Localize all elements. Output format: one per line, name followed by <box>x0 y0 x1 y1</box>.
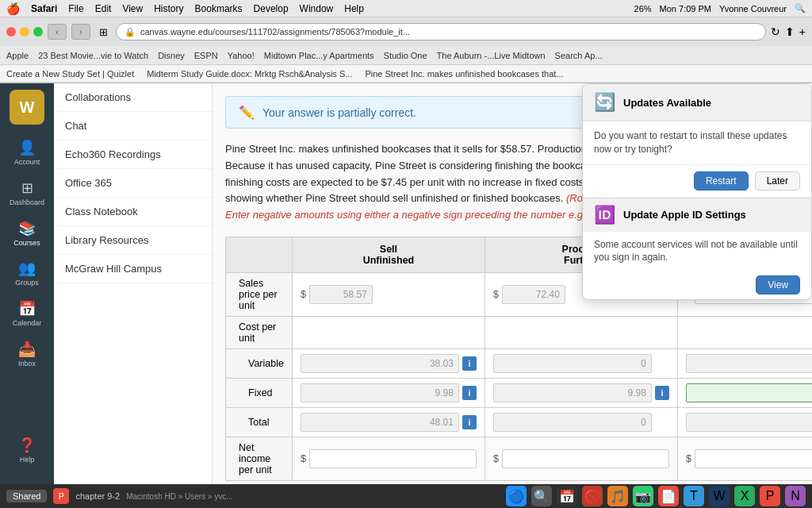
notif-quizlet[interactable]: Create a New Study Set | Quizlet <box>6 69 134 79</box>
powerpoint-dock-icon[interactable]: P <box>760 486 780 506</box>
bookmark-yahoo[interactable]: Yahoo! <box>228 51 255 60</box>
tab-overview-button[interactable]: ⊞ <box>95 24 111 40</box>
sidebar-item-inbox[interactable]: 📥 Inbox <box>3 336 51 373</box>
fixed-net-input[interactable] <box>686 383 812 402</box>
total-label: Total <box>226 407 293 437</box>
bookmark-disney[interactable]: Disney <box>158 51 185 60</box>
sidebar-item-groups[interactable]: 👥 Groups <box>3 255 51 292</box>
pdf-icon[interactable]: 📄 <box>658 486 679 506</box>
total-net-cell <box>677 407 812 437</box>
sidebar-dashboard-label: Dashboard <box>10 198 44 207</box>
sidebar-item-calendar[interactable]: 📅 Calendar <box>3 295 51 333</box>
powerpoint-icon[interactable]: P <box>53 488 69 504</box>
later-button[interactable]: Later <box>755 171 800 190</box>
calendar-dock-icon[interactable]: 📅 <box>557 486 577 506</box>
nav-chat[interactable]: Chat <box>54 112 212 140</box>
notif-midterm[interactable]: Midterm Study Guide.docx: Mrktg Rsch&Ana… <box>147 69 352 79</box>
music-icon[interactable]: 🎵 <box>607 486 628 506</box>
notification-popup: 🔄 Updates Available Do you want to resta… <box>582 83 812 300</box>
bookmark-apple[interactable]: Apple <box>6 51 29 60</box>
back-button[interactable]: ‹ <box>48 24 67 40</box>
nav-class-notebook[interactable]: Class Notebook <box>54 198 212 226</box>
chapter-label[interactable]: chapter 9-2 <box>75 491 120 501</box>
menu-view[interactable]: View <box>122 3 143 14</box>
variable-net-input[interactable] <box>686 354 812 373</box>
add-tab-button[interactable]: + <box>799 25 806 38</box>
table-row-fixed: Fixed i i <box>226 378 813 407</box>
sidebar-item-account[interactable]: 👤 Account <box>3 134 51 171</box>
fixed-net-cell: i <box>677 378 812 407</box>
variable-sell-info-button[interactable]: i <box>462 356 477 371</box>
bookmark-studioone[interactable]: Studio One <box>384 51 427 60</box>
onenote-icon[interactable]: N <box>785 486 806 506</box>
address-bar[interactable]: 🔒 canvas.wayne.edu/courses/111702/assign… <box>116 23 766 40</box>
bookmark-movies[interactable]: 23 Best Movie...vie to Watch <box>38 51 148 60</box>
menu-help[interactable]: Help <box>344 3 364 14</box>
fixed-sell-input[interactable] <box>301 383 459 402</box>
nav-library-resources[interactable]: Library Resources <box>54 226 212 255</box>
process-price-input[interactable] <box>502 285 565 304</box>
menu-bookmarks[interactable]: Bookmarks <box>195 3 243 14</box>
inbox-icon: 📥 <box>18 341 36 358</box>
col-header-empty <box>226 237 293 272</box>
sidebar-calendar-label: Calendar <box>13 319 42 328</box>
variable-process-cell <box>485 348 677 378</box>
menu-history[interactable]: History <box>154 3 183 14</box>
fixed-process-info-button[interactable]: i <box>655 386 669 400</box>
apple-menu[interactable]: 🍎 <box>6 2 20 15</box>
menu-file[interactable]: File <box>68 3 83 14</box>
net-income-net-input[interactable] <box>695 449 812 468</box>
menu-edit[interactable]: Edit <box>95 3 112 14</box>
notif-pinestreet[interactable]: Pine Street Inc. makes unfinished bookca… <box>365 69 563 79</box>
bookmark-espn[interactable]: ESPN <box>194 51 218 60</box>
sidebar-account-label: Account <box>14 158 40 167</box>
share-icon[interactable]: ⬆ <box>785 25 795 38</box>
search-icon[interactable]: 🔍 <box>795 3 806 13</box>
word-icon[interactable]: W <box>709 486 730 506</box>
total-process-input[interactable] <box>493 413 652 432</box>
teams-icon[interactable]: T <box>684 486 704 506</box>
menu-window[interactable]: Window <box>300 3 334 14</box>
excel-icon[interactable]: X <box>734 486 755 506</box>
menu-safari[interactable]: Safari <box>31 3 57 14</box>
shared-badge[interactable]: Shared <box>6 490 47 502</box>
fixed-label: Fixed <box>226 378 293 407</box>
net-income-sell-input[interactable] <box>309 449 477 468</box>
bookmark-search[interactable]: Search Ap... <box>555 51 603 60</box>
nav-echo360[interactable]: Echo360 Recordings <box>54 140 212 169</box>
bookmark-midtown[interactable]: Midtown Plac...y Apartments <box>264 51 374 60</box>
facetime-icon[interactable]: 📷 <box>633 486 653 506</box>
close-button[interactable] <box>6 27 16 37</box>
bookmark-auburn[interactable]: The Auburn -...Live Midtown <box>437 51 546 60</box>
net-income-process-cell: $ <box>485 437 677 480</box>
app-container: W 👤 Account ⊞ Dashboard 📚 Courses 👥 Grou… <box>0 83 812 508</box>
prohibit-icon[interactable]: 🚫 <box>582 486 603 506</box>
process-dollar-sign: $ <box>493 289 499 300</box>
mac-menubar: 🍎 Safari File Edit View History Bookmark… <box>0 0 812 17</box>
fixed-process-input[interactable] <box>493 383 652 402</box>
total-sell-input[interactable] <box>301 413 459 432</box>
finder-icon[interactable]: 🔵 <box>506 486 527 506</box>
view-button[interactable]: View <box>756 275 800 294</box>
table-row-total: Total i <box>226 407 813 437</box>
fixed-sell-info-button[interactable]: i <box>462 386 477 400</box>
forward-button[interactable]: › <box>71 24 90 40</box>
nav-collaborations[interactable]: Collaborations <box>54 83 212 112</box>
sell-price-input[interactable] <box>309 285 373 304</box>
spotlight-icon[interactable]: 🔍 <box>531 486 552 506</box>
restart-button[interactable]: Restart <box>694 171 749 190</box>
variable-sell-input[interactable] <box>301 354 459 373</box>
reload-button[interactable]: ↻ <box>771 25 780 38</box>
variable-process-input[interactable] <box>493 354 652 373</box>
sidebar-item-help[interactable]: ❓ Help <box>3 432 51 469</box>
sidebar-item-dashboard[interactable]: ⊞ Dashboard <box>3 175 51 212</box>
nav-office365[interactable]: Office 365 <box>54 169 212 198</box>
minimize-button[interactable] <box>20 27 29 37</box>
nav-mcgraw-hill[interactable]: McGraw Hill Campus <box>54 255 212 283</box>
net-income-process-input[interactable] <box>502 449 669 468</box>
total-sell-info-button[interactable]: i <box>462 415 477 429</box>
total-net-input[interactable] <box>686 413 812 432</box>
menu-develop[interactable]: Develop <box>254 3 289 14</box>
sidebar-item-courses[interactable]: 📚 Courses <box>3 215 51 252</box>
maximize-button[interactable] <box>33 27 43 37</box>
